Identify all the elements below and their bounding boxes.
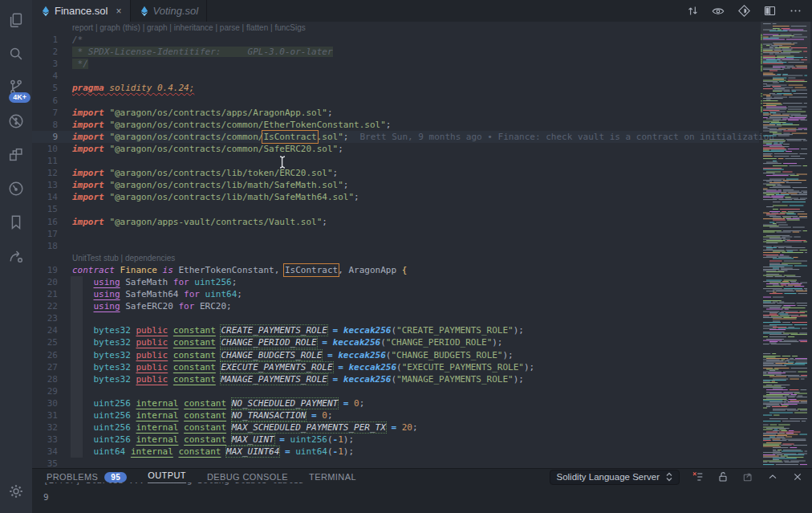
line-number[interactable]: 4 — [32, 70, 58, 82]
line-number[interactable]: 17 — [32, 228, 58, 240]
line-number[interactable]: 10 — [32, 143, 58, 155]
code-line[interactable]: 31 uint256 internal constant NO_TRANSACT… — [32, 409, 759, 421]
code-line[interactable]: 20 using SafeMath for uint256; — [32, 276, 759, 288]
line-number[interactable]: 8 — [32, 119, 58, 131]
code-line[interactable]: 35 — [32, 458, 759, 468]
more-actions-icon[interactable] — [788, 4, 802, 18]
line-number[interactable]: 1 — [32, 34, 58, 46]
code-line[interactable]: 18 — [32, 240, 759, 252]
codelens-text[interactable]: UnitTest stub | dependencies — [32, 254, 175, 263]
settings-gear-icon[interactable] — [0, 474, 32, 508]
line-number[interactable]: 27 — [32, 361, 58, 373]
line-number[interactable]: 5 — [32, 82, 58, 94]
code-line[interactable]: 4 — [32, 70, 759, 82]
clear-output-icon[interactable] — [692, 470, 704, 483]
code-line[interactable]: 10import "@aragon/os/contracts/common/Sa… — [32, 143, 759, 155]
code-line[interactable]: 5pragma solidity 0.4.24; — [32, 82, 759, 94]
line-number[interactable]: 25 — [32, 336, 58, 348]
code-line[interactable]: 27 bytes32 public constant EXECUTE_PAYME… — [32, 361, 759, 373]
line-number[interactable]: 33 — [32, 434, 58, 446]
code-line[interactable]: 28 bytes32 public constant MANAGE_PAYMEN… — [32, 373, 759, 385]
panel-tab-debug-console[interactable]: DEBUG CONSOLE — [207, 470, 288, 483]
code-line[interactable]: 33 uint256 internal constant MAX_UINT = … — [32, 434, 759, 446]
code-line[interactable]: 26 bytes32 public constant CHANGE_BUDGET… — [32, 349, 759, 361]
close-panel-icon[interactable] — [791, 470, 804, 483]
panel-tab-output[interactable]: OUTPUT — [148, 470, 186, 483]
line-number[interactable]: 7 — [32, 107, 58, 119]
solidity-compile-icon[interactable] — [737, 4, 751, 18]
line-number[interactable]: 11 — [32, 155, 58, 167]
code-line[interactable]: 15 — [32, 203, 759, 215]
search-icon[interactable] — [0, 37, 32, 71]
line-number[interactable]: 2 — [32, 46, 58, 58]
panel-tab-terminal[interactable]: TERMINAL — [309, 470, 356, 483]
open-in-editor-icon[interactable] — [741, 470, 754, 483]
line-number[interactable]: 28 — [32, 373, 58, 385]
line-number[interactable]: 35 — [32, 458, 58, 468]
line-number[interactable]: 20 — [32, 276, 58, 288]
code-line[interactable]: 30 uint256 internal constant NO_SCHEDULE… — [32, 397, 759, 409]
code-line[interactable]: 2 * SPDX-License-Identitifer: GPL-3.0-or… — [32, 46, 759, 58]
code-line[interactable]: 22 using SafeERC20 for ERC20; — [32, 300, 759, 312]
line-number[interactable]: 26 — [32, 349, 58, 361]
split-editor-icon[interactable] — [762, 4, 777, 18]
extensions-icon[interactable] — [0, 138, 32, 172]
panel-tab-problems[interactable]: PROBLEMS95 — [47, 470, 127, 483]
line-number[interactable]: 18 — [32, 240, 58, 252]
line-number[interactable]: 9 — [32, 131, 58, 143]
code-line[interactable]: 13import "@aragon/os/contracts/lib/math/… — [32, 179, 759, 191]
line-number[interactable]: 14 — [32, 191, 58, 203]
source-control-icon[interactable]: 4K+ — [0, 71, 32, 104]
code-editor[interactable]: report | graph (this) | graph | inherita… — [32, 22, 812, 468]
output-content[interactable]: [Error] Started ... Scanning Solang stab… — [32, 482, 812, 513]
maximize-panel-icon[interactable] — [766, 470, 779, 483]
code-line[interactable]: 19contract Finance is EtherTokenConstant… — [32, 264, 759, 276]
minimap[interactable] — [761, 22, 810, 468]
debug-disabled-icon[interactable] — [0, 104, 32, 138]
line-number[interactable]: 24 — [32, 324, 58, 336]
line-number[interactable]: 34 — [32, 446, 58, 458]
code-line[interactable]: 16import "@aragon/apps-vault/contracts/V… — [32, 216, 759, 228]
codelens[interactable]: report | graph (this) | graph | inherita… — [32, 22, 759, 34]
bookmarks-icon[interactable] — [0, 206, 32, 239]
share-icon[interactable] — [0, 239, 32, 273]
code-line[interactable]: 25 bytes32 public constant CHANGE_PERIOD… — [32, 336, 759, 348]
line-number[interactable]: 29 — [32, 385, 58, 397]
unlock-icon[interactable] — [717, 470, 729, 483]
line-number[interactable]: 13 — [32, 179, 58, 191]
line-number[interactable]: 23 — [32, 312, 58, 324]
code-line[interactable]: 14import "@aragon/os/contracts/lib/math/… — [32, 191, 759, 203]
line-number[interactable]: 15 — [32, 203, 58, 215]
code-line[interactable]: 12import "@aragon/os/contracts/lib/token… — [32, 167, 759, 179]
line-number[interactable]: 16 — [32, 216, 58, 228]
line-number[interactable]: 31 — [32, 409, 58, 421]
code-line[interactable]: 11 — [32, 155, 759, 167]
code-line[interactable]: 24 bytes32 public constant CREATE_PAYMEN… — [32, 324, 759, 336]
code-line[interactable]: 21 using SafeMath64 for uint64; — [32, 288, 759, 300]
code-line[interactable]: 6 — [32, 95, 759, 107]
code-line[interactable]: 8import "@aragon/os/contracts/common/Eth… — [32, 119, 759, 131]
line-number[interactable]: 12 — [32, 167, 58, 179]
explorer-icon[interactable] — [0, 3, 32, 37]
line-number[interactable]: 30 — [32, 397, 58, 409]
line-number[interactable]: 22 — [32, 300, 58, 312]
line-number[interactable]: 3 — [32, 58, 58, 70]
code-line[interactable]: 3 */ — [32, 58, 759, 70]
code-line[interactable]: 23 — [32, 312, 759, 324]
code-line[interactable]: 7import "@aragon/os/contracts/apps/Arago… — [32, 107, 759, 119]
close-tab-icon[interactable]: × — [116, 6, 121, 17]
gauge-icon[interactable] — [0, 172, 32, 206]
code-line[interactable]: 1/* — [32, 34, 759, 46]
code-line[interactable]: 17 — [32, 228, 759, 240]
code-line[interactable]: 9import "@aragon/os/contracts/common/IsC… — [32, 131, 759, 143]
code-line[interactable]: 29 — [32, 385, 759, 397]
codelens-text[interactable]: report | graph (this) | graph | inherita… — [32, 23, 306, 32]
codelens[interactable]: UnitTest stub | dependencies — [32, 252, 759, 264]
line-number[interactable]: 21 — [32, 288, 58, 300]
open-changes-icon[interactable] — [685, 4, 700, 18]
line-number[interactable]: 19 — [32, 264, 58, 276]
line-number[interactable]: 32 — [32, 421, 58, 434]
preview-icon[interactable] — [711, 4, 725, 18]
line-number[interactable]: 6 — [32, 95, 58, 107]
code-line[interactable]: 34 uint64 internal constant MAX_UINT64 =… — [32, 446, 759, 458]
